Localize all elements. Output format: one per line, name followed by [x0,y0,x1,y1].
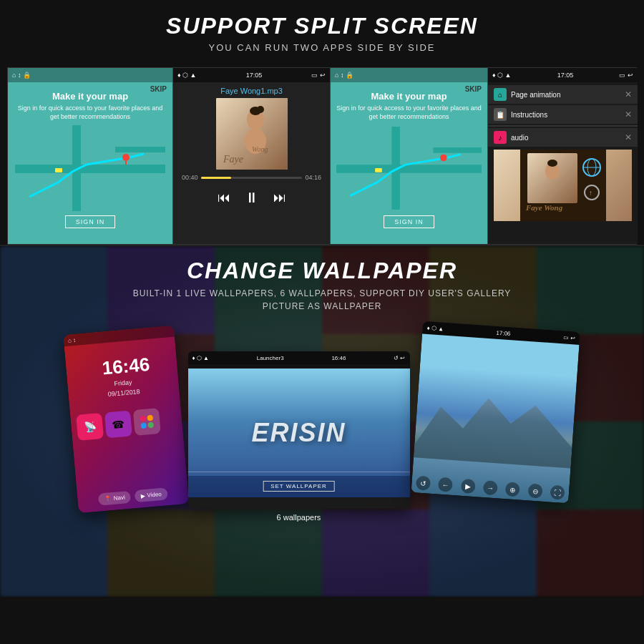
app-item-page-animation[interactable]: ⌂ Page animation ✕ [488,85,638,104]
launcher-status-icons: ⌂ ↕ [67,336,76,343]
maps2-desc: Sign in for quick access to your favorit… [336,104,482,121]
split-demos-container: ⌂ ↕ 🔒 SKIP Make it your map Sign in for … [7,67,637,245]
switcher-status-left: ♦ ⬡ ▲ [492,72,512,79]
demo-music-panel: ♦ ⬡ ▲ 17:05 ▭ ↩ Faye Wong1.mp3 [172,68,330,244]
map2-svg [336,125,482,211]
gallery-ctrl-play[interactable]: ▶ [460,479,475,494]
switcher-status-time: 17:05 [557,72,574,79]
switcher-preview-img: Faye Wong ↑ [494,150,632,221]
main-title: SUPPORT SPLIT SCREEN [7,13,637,39]
demo-switcher-panel: ♦ ⬡ ▲ 17:05 ▭ ↩ ⌂ Page animation ✕ 📋 Ins… [487,68,638,244]
wallpaper-demos: 1 live wallpapers ⌂ ↕ 16:46 Friday 09/11… [7,323,637,509]
app-close-audio[interactable]: ✕ [625,132,632,142]
launcher-icon-3[interactable] [132,408,160,436]
play-pause-button[interactable]: ⏸ [245,190,259,206]
bottom-content: CHANGE WALLPAPER BUILT-IN 1 LIVE WALLPAP… [7,258,637,509]
gallery-ctrl-forward[interactable]: → [482,480,497,495]
maps-skip: SKIP [150,85,167,93]
app-close-2[interactable]: ✕ [625,109,632,119]
switcher-status-bar: ♦ ⬡ ▲ 17:05 ▭ ↩ [488,68,638,82]
wallpaper-count: 6 wallpapers [188,513,410,522]
maps-content: SKIP Make it your map Sign in for quick … [8,82,172,238]
progress-track[interactable] [201,177,303,179]
launcher-icon-1[interactable]: 📡 [76,413,104,441]
time-current: 00:40 [182,174,198,181]
maps-visual [14,125,167,211]
launcher-icon-2[interactable]: ☎ [104,410,132,438]
prev-button[interactable]: ⏮ [218,190,230,205]
maps2-title: Make it your map [336,91,482,102]
gallery-ctrl-back[interactable]: ← [437,477,452,492]
music-song-title: Faye Wong1.mp3 [173,87,330,95]
next-button[interactable]: ⏭ [273,190,286,205]
erisin-status-bar: ♦ ⬡ ▲ Launcher3 16:46 ↺ ↩ [188,351,410,364]
svg-point-5 [122,154,130,161]
app-icon-instructions: 📋 [494,108,507,121]
phone-mock-erisin: ♦ ⬡ ▲ Launcher3 16:46 ↺ ↩ ERISIN SET WAL… [188,351,410,509]
maps2-status-left: ⌂ ↕ 🔒 [335,72,353,79]
app-item-instructions[interactable]: 📋 Instructions ✕ [488,105,638,124]
video-icon: ▶ [140,492,145,499]
erisin-wrapper: ♦ ⬡ ▲ Launcher3 16:46 ↺ ↩ ERISIN SET WAL… [188,323,410,509]
gallery-ctrl-settings[interactable]: ⛶ [550,485,565,500]
gallery-ctrl-zoom-out[interactable]: ⊖ [527,483,542,498]
switcher-preview: Faye Wong ↑ [494,150,632,221]
live-wallpapers-label: 1 live wallpapers [63,326,125,328]
maps2-sign-in-button[interactable]: SIGN IN [384,215,434,228]
navi-btn[interactable]: 📍 Navi [98,491,131,506]
music-status-time: 17:05 [246,72,263,79]
launcher-icons: 📡 ☎ [69,400,183,447]
navi-label: Navi [113,494,125,502]
set-wallpaper-button[interactable]: SET WALLPAPER [263,481,335,492]
app-list: ⌂ Page animation ✕ 📋 Instructions ✕ ♪ au… [488,85,638,147]
maps-title: Make it your map [14,91,167,102]
launcher-bg: ⌂ ↕ 16:46 Friday 09/11/2018 📡 ☎ [63,326,189,514]
maps-desc: Sign in for quick access to your favorit… [14,104,167,121]
svg-point-24 [547,160,557,167]
app-item-label-audio: audio [511,134,620,142]
progress-fill [201,177,232,179]
gallery-wifi-icons: ♦ ⬡ ▲ [426,325,444,333]
svg-text:Wong: Wong [252,145,268,153]
app-icon-audio: ♪ [494,131,507,144]
music-status-right: ▭ ↩ [311,72,326,79]
erisin-launcher-name: Launcher3 [257,355,284,361]
preview-svg: Faye Wong ↑ [520,150,606,221]
top-section: SUPPORT SPLIT SCREEN YOU CAN RUN TWO APP… [0,0,644,60]
svg-point-20 [440,155,447,162]
svg-text:↑: ↑ [589,189,592,197]
svg-point-11 [257,106,264,113]
album-art-svg: Faye Wong [216,98,288,170]
demo-maps-panel: ⌂ ↕ 🔒 SKIP Make it your map Sign in for … [8,68,172,244]
music-progress-bar[interactable]: 00:40 04:16 [173,170,330,185]
erisin-time: 16:46 [331,355,346,361]
erisin-back-icon: ↺ ↩ [394,355,405,361]
svg-text:Faye: Faye [223,154,243,165]
map-svg [14,125,167,211]
erisin-wifi-icon: ♦ ⬡ ▲ [192,355,209,361]
app-item-label-2: Instructions [511,111,620,119]
app-item-audio[interactable]: ♪ audio ✕ [488,128,638,147]
video-label: Video [147,491,162,499]
erisin-bg: ERISIN SET WALLPAPER [188,369,410,497]
svg-rect-3 [115,147,165,152]
maps-status-bar: ⌂ ↕ 🔒 [8,68,172,82]
maps-sign-in-button[interactable]: SIGN IN [65,215,116,228]
gallery-ctrl-refresh[interactable]: ↺ [415,475,430,490]
phone-mock-launcher: 1 live wallpapers ⌂ ↕ 16:46 Friday 09/11… [63,326,189,514]
phone-mock-gallery: You can choose User's Gallery Picture as… [411,321,580,504]
app-close-1[interactable]: ✕ [625,89,632,99]
app-icon-home: ⌂ [494,88,507,101]
switcher-status-right: ▭ ↩ [619,72,633,79]
video-btn[interactable]: ▶ Video [134,487,167,502]
app-item-label-1: Page animation [511,91,620,99]
navi-icon: 📍 [104,495,112,502]
maps2-content: SKIP Make it your map Sign in for quick … [331,82,487,238]
maps2-visual [336,125,482,211]
svg-rect-19 [375,168,382,172]
gallery-ctrl-zoom-in[interactable]: ⊕ [504,482,519,497]
time-total: 04:16 [305,174,321,181]
bottom-section: CHANGE WALLPAPER BUILT-IN 1 LIVE WALLPAP… [0,246,644,597]
status-icons-left: ⌂ ↕ 🔒 [12,72,31,79]
music-album-art: Faye Wong [216,98,288,170]
